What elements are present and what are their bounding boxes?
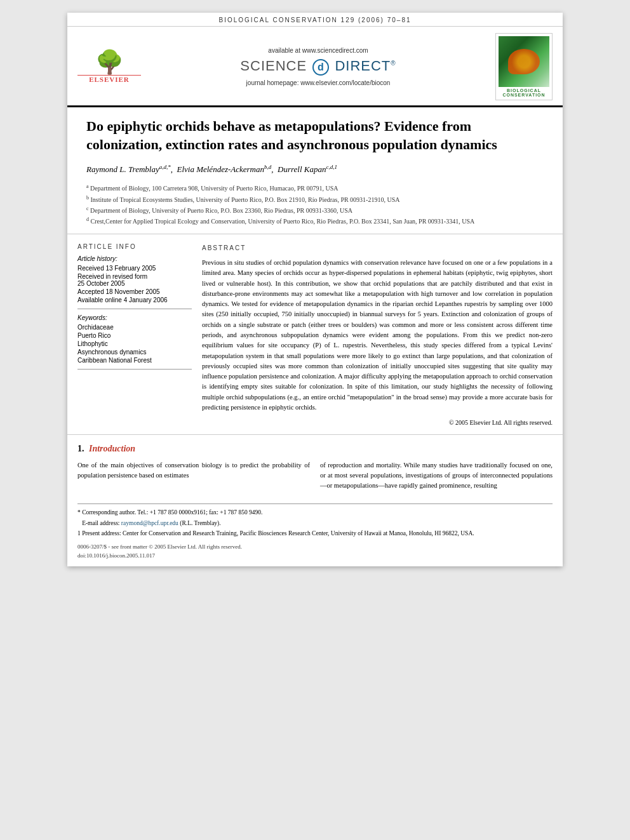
section-title: 1. Introduction xyxy=(77,444,553,454)
title-area: Do epiphytic orchids behave as metapopul… xyxy=(67,107,563,234)
received-date: Received 13 February 2005 xyxy=(77,265,192,272)
elsevier-tree-icon: 🌳 xyxy=(77,51,141,74)
intro-right-text: of reproduction and mortality. While man… xyxy=(320,460,553,491)
divider2 xyxy=(77,369,192,370)
section-number: 1. xyxy=(77,444,84,453)
keywords-section: Keywords: Orchidaceae Puerto Rico Lithop… xyxy=(77,314,192,364)
email-footnote: E-mail address: raymond@hpcf.upr.edu (R.… xyxy=(77,519,553,528)
abstract-paragraph: Previous in situ studies of orchid popul… xyxy=(202,258,553,413)
revised-date: Received in revised form25 October 2005 xyxy=(77,273,192,287)
affiliation-b: b Institute of Tropical Ecosystems Studi… xyxy=(86,194,544,204)
available-at-text: available at www.sciencedirect.com xyxy=(141,47,495,54)
footnotes: * Corresponding author. Tel.: +1 787 850… xyxy=(77,503,553,538)
journal-citation: BIOLOGICAL CONSERVATION 129 (2006) 70–81 xyxy=(218,17,411,23)
journal-bar: BIOLOGICAL CONSERVATION 129 (2006) 70–81 xyxy=(67,13,563,27)
article-info-abstract: ARTICLE INFO Article history: Received 1… xyxy=(67,234,563,435)
affiliation-d: d Crest,Center for Applied Tropical Ecol… xyxy=(86,216,544,226)
keywords-label: Keywords: xyxy=(77,314,192,321)
article-info-header: ARTICLE INFO xyxy=(77,243,192,250)
keyword-4: Asynchronous dynamics xyxy=(77,349,192,356)
keyword-2: Puerto Rico xyxy=(77,332,192,339)
intro-two-col: One of the main objectives of conservati… xyxy=(77,460,553,491)
email-suffix: (R.L. Tremblay). xyxy=(180,520,220,526)
section-name: Introduction xyxy=(89,444,135,453)
author1-sup: a,d,* xyxy=(159,164,171,170)
intro-right: of reproduction and mortality. While man… xyxy=(320,460,553,491)
article-history: Article history: Received 13 February 20… xyxy=(77,255,192,303)
one-footnote: 1 Present address: Center for Conservati… xyxy=(77,529,553,538)
direct-text: DIRECT® xyxy=(335,58,396,74)
affiliations: a Department of Biology, 100 Carretera 9… xyxy=(86,183,544,226)
issn-line: 0006-3207/$ - see front matter © 2005 El… xyxy=(77,543,553,552)
star-note-text: * Corresponding author. Tel.: +1 787 850… xyxy=(77,509,262,516)
keyword-5: Caribbean National Forest xyxy=(77,357,192,364)
homepage-text: journal homepage: www.elsevier.com/locat… xyxy=(141,79,495,86)
bottom-info: 0006-3207/$ - see front matter © 2005 El… xyxy=(67,539,563,566)
abstract-text: Previous in situ studies of orchid popul… xyxy=(202,258,553,413)
star-footnote: * Corresponding author. Tel.: +1 787 850… xyxy=(77,508,553,517)
elsevier-label: ELSEVIER xyxy=(77,75,141,83)
author3-sup: c,d,1 xyxy=(326,164,337,170)
bio-con-logo: BIOLOGICAL CONSERVATION xyxy=(495,33,553,100)
logo-image xyxy=(499,36,549,87)
authors-line: Raymond L. Tremblaya,d,*, Elvia Meléndez… xyxy=(86,163,544,177)
divider xyxy=(77,309,192,309)
logo-box: BIOLOGICAL CONSERVATION xyxy=(495,33,553,100)
author3-name: Durrell Kapan xyxy=(278,165,326,175)
email-link[interactable]: raymond@hpcf.upr.edu xyxy=(121,520,178,526)
available-date: Available online 4 January 2006 xyxy=(77,297,192,303)
article-title: Do epiphytic orchids behave as metapopul… xyxy=(86,117,544,154)
sciencedirect-logo: SCIENCE d DIRECT® xyxy=(141,58,495,75)
header-area: 🌳 ELSEVIER available at www.sciencedirec… xyxy=(67,27,563,107)
doi-line: doi:10.1016/j.biocon.2005.11.017 xyxy=(77,552,553,561)
d-circle-icon: d xyxy=(312,59,329,76)
affiliation-c: c Department of Biology, University of P… xyxy=(86,205,544,215)
abstract-col: ABSTRACT Previous in situ studies of orc… xyxy=(202,243,553,428)
header-center: available at www.sciencedirect.com SCIEN… xyxy=(141,47,495,86)
email-label: E-mail address: xyxy=(82,520,119,526)
abstract-header: ABSTRACT xyxy=(202,243,553,253)
author2-sup: b,d xyxy=(264,164,271,170)
one-note-text: 1 Present address: Center for Conservati… xyxy=(77,530,474,537)
article-info-col: ARTICLE INFO Article history: Received 1… xyxy=(77,243,192,428)
bio-con-label: BIOLOGICAL CONSERVATION xyxy=(499,88,549,97)
history-label: Article history: xyxy=(77,255,192,262)
author1-name: Raymond L. Tremblay xyxy=(86,165,159,175)
keyword-1: Orchidaceae xyxy=(77,324,192,331)
science-text: SCIENCE xyxy=(240,58,307,74)
intro-left-text: One of the main objectives of conservati… xyxy=(77,460,310,481)
copyright-line: © 2005 Elsevier Ltd. All rights reserved… xyxy=(202,418,553,428)
main-content: 1. Introduction One of the main objectiv… xyxy=(67,435,563,498)
intro-left: One of the main objectives of conservati… xyxy=(77,460,310,491)
elsevier-logo: 🌳 ELSEVIER xyxy=(77,51,141,83)
accepted-date: Accepted 18 November 2005 xyxy=(77,288,192,295)
keyword-3: Lithophytic xyxy=(77,340,192,347)
page: BIOLOGICAL CONSERVATION 129 (2006) 70–81… xyxy=(67,13,563,566)
affiliation-a: a Department of Biology, 100 Carretera 9… xyxy=(86,183,544,193)
author2-name: Elvia Meléndez-Ackerman xyxy=(177,165,264,175)
